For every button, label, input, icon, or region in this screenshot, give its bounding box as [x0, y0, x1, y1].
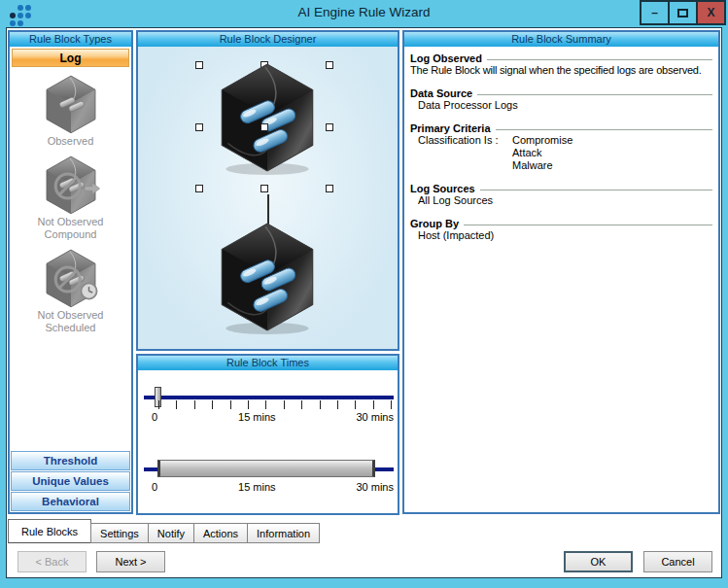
- window-title: AI Engine Rule Wizard: [0, 0, 728, 27]
- slider1-label-0: 0: [152, 411, 157, 423]
- summary-section-title: Primary Criteria: [410, 122, 712, 134]
- time-range-bar[interactable]: [157, 460, 375, 477]
- slider2-label-0: 0: [152, 481, 157, 493]
- ai-engine-rule-wizard-window: AI Engine Rule Wizard – X Rule Block Typ…: [0, 0, 728, 588]
- summary-primary-criteria-row: Classification Is : Compromise: [410, 134, 712, 147]
- slider1-label-30: 30 mins: [356, 411, 394, 423]
- rule-type-log-button[interactable]: Log: [12, 49, 129, 67]
- time-slider-ticks: [158, 400, 392, 409]
- tab-settings[interactable]: Settings: [90, 523, 149, 543]
- summary-section-title: Group By: [410, 218, 712, 229]
- ok-button[interactable]: OK: [564, 551, 633, 572]
- selection-handle[interactable]: [195, 123, 203, 131]
- rule-block-designer-panel: Rule Block Designer: [136, 30, 399, 351]
- client-area: Rule Block Types Log Observed Not Observ…: [6, 27, 722, 578]
- tab-actions[interactable]: Actions: [193, 523, 248, 543]
- criteria-value: Compromise: [512, 134, 572, 147]
- rule-type-unique-values-button[interactable]: Unique Values: [11, 471, 130, 491]
- rule-block-times-panel: Rule Block Times 0 15 mins 30 mins 0 15 …: [136, 354, 399, 515]
- block-connector-line: [267, 194, 269, 225]
- slider2-label-30: 30 mins: [356, 481, 394, 493]
- minimize-button[interactable]: –: [640, 0, 670, 25]
- selection-handle[interactable]: [195, 185, 203, 192]
- selection-handle[interactable]: [260, 185, 268, 192]
- rule-type-behavioral-button[interactable]: Behavioral: [11, 492, 130, 511]
- rule-type-observed-label: Observed: [17, 135, 124, 148]
- rule-type-threshold-button[interactable]: Threshold: [11, 451, 130, 470]
- tab-rule-blocks[interactable]: Rule Blocks: [8, 519, 91, 543]
- time-slider-track[interactable]: [144, 396, 394, 399]
- summary-data-source-value: Data Processor Logs: [410, 99, 712, 112]
- tab-information[interactable]: Information: [247, 523, 320, 543]
- rule-block-designer-header: Rule Block Designer: [138, 32, 398, 47]
- selection-handle[interactable]: [326, 185, 333, 192]
- log-rule-block-cube[interactable]: [208, 222, 327, 334]
- criteria-value: Malware: [410, 159, 712, 172]
- criteria-value: Attack: [410, 147, 712, 159]
- summary-section-title: Data Source: [410, 87, 712, 99]
- cancel-button[interactable]: Cancel: [643, 551, 712, 572]
- selection-handle[interactable]: [326, 61, 333, 69]
- criteria-field-label: Classification Is :: [418, 134, 512, 147]
- selection-handle[interactable]: [260, 123, 268, 131]
- log-rule-block-cube-selected[interactable]: [208, 62, 327, 175]
- observed-cube-icon[interactable]: [39, 75, 103, 135]
- rule-block-times-header: Rule Block Times: [138, 356, 398, 370]
- summary-log-observed-description: The Rule Block will signal when the spec…: [410, 64, 712, 77]
- rule-type-not-observed-scheduled-label: Not Observed Scheduled: [17, 309, 124, 334]
- slider1-label-15: 15 mins: [238, 411, 276, 423]
- rule-block-summary-panel: Rule Block Summary Log Observed The Rule…: [402, 30, 720, 514]
- summary-group-by-value: Host (Impacted): [410, 229, 712, 242]
- selection-handle[interactable]: [195, 61, 203, 69]
- rule-block-types-header: Rule Block Types: [10, 32, 131, 47]
- close-button[interactable]: X: [696, 0, 726, 25]
- tab-notify[interactable]: Notify: [148, 523, 194, 543]
- wizard-tabbar: Rule Blocks Settings Notify Actions Info…: [8, 518, 320, 543]
- maximize-button[interactable]: [668, 0, 698, 25]
- designer-canvas[interactable]: [138, 47, 398, 349]
- summary-log-sources-value: All Log Sources: [410, 194, 712, 207]
- back-button[interactable]: < Back: [17, 551, 87, 572]
- not-observed-compound-cube-icon[interactable]: [39, 156, 103, 216]
- slider2-label-15: 15 mins: [238, 481, 276, 493]
- maximize-icon: [677, 9, 688, 17]
- rule-type-not-observed-compound-label: Not Observed Compound: [17, 216, 124, 241]
- next-button[interactable]: Next >: [96, 551, 165, 572]
- not-observed-scheduled-cube-icon[interactable]: [39, 249, 103, 309]
- rule-block-summary-header: Rule Block Summary: [404, 32, 718, 47]
- selection-handle[interactable]: [326, 123, 333, 131]
- summary-section-title: Log Sources: [410, 183, 712, 194]
- summary-section-title: Log Observed: [410, 52, 712, 64]
- rule-block-types-panel: Rule Block Types Log Observed Not Observ…: [8, 30, 133, 514]
- titlebar: AI Engine Rule Wizard – X: [0, 0, 728, 27]
